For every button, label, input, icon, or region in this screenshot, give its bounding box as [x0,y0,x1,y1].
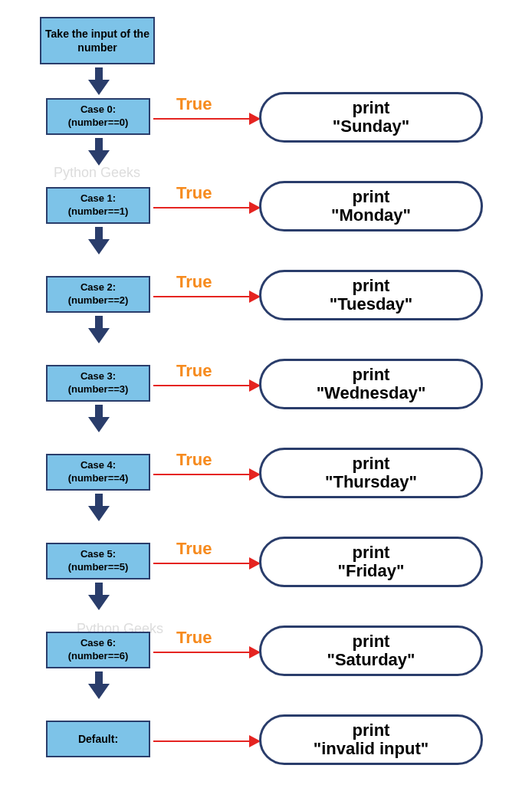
output-pill-2: print "Tuesday" [259,270,483,320]
case-box-5: Case 5: (number==5) [46,543,150,580]
output-pill-6: print "Saturday" [259,625,483,676]
case-label: Case 2: [80,281,116,294]
case-label: Case 6: [80,637,116,650]
right-arrow-icon [153,734,261,749]
right-arrow-icon [153,378,261,393]
output-pill-1: print "Monday" [259,181,483,231]
case-box-6: Case 6: (number==6) [46,632,150,668]
output-line1: print [353,455,390,473]
input-text: Take the input of the number [41,27,153,54]
input-box: Take the input of the number [40,17,155,64]
right-arrow-icon [153,556,261,571]
output-pill-0: print "Sunday" [259,92,483,143]
output-line2: "Saturday" [327,651,415,669]
right-arrow-icon [153,467,261,482]
case-condition: (number==5) [68,561,129,574]
output-line1: print [353,277,390,295]
output-line1: print [353,721,390,740]
output-line2: "Thursday" [325,473,417,491]
right-arrow-icon [153,200,261,215]
case-label: Case 3: [80,370,116,383]
case-condition: (number==0) [68,117,129,130]
case-label: Case 4: [80,459,116,472]
output-pill-default: print "invalid input" [259,714,483,765]
down-arrow-icon [88,494,110,521]
watermark-1: Python Geeks [54,165,140,181]
output-line2: "Monday" [331,206,411,225]
down-arrow-icon [88,405,110,432]
output-line2: "invalid input" [314,740,429,758]
case-box-4: Case 4: (number==4) [46,454,150,491]
case-label: Case 0: [80,103,116,117]
right-arrow-icon [153,111,261,126]
down-arrow-icon [88,671,110,699]
case-condition: (number==6) [68,650,129,663]
right-arrow-icon [153,645,261,660]
case-label: Case 1: [80,192,116,205]
down-arrow-icon [88,138,110,166]
default-label: Default: [78,733,118,745]
case-condition: (number==3) [68,383,129,396]
case-box-1: Case 1: (number==1) [46,187,150,224]
output-line2: "Friday" [338,562,405,580]
case-box-0: Case 0: (number==0) [46,98,150,135]
output-pill-3: print "Wednesday" [259,359,483,409]
down-arrow-icon [88,227,110,254]
output-line1: print [353,366,390,384]
case-box-3: Case 3: (number==3) [46,365,150,402]
case-box-2: Case 2: (number==2) [46,276,150,313]
right-arrow-icon [153,289,261,304]
output-line1: print [353,99,390,117]
down-arrow-icon [88,316,110,343]
output-pill-5: print "Friday" [259,537,483,587]
down-arrow-icon [88,67,110,95]
output-pill-4: print "Thursday" [259,448,483,498]
output-line2: "Tuesday" [330,295,413,314]
output-line1: print [353,188,390,206]
down-arrow-icon [88,583,110,610]
output-line2: "Wednesday" [317,384,426,402]
case-condition: (number==2) [68,294,129,307]
output-line2: "Sunday" [333,117,409,136]
output-line1: print [353,543,390,562]
case-condition: (number==1) [68,205,129,218]
case-condition: (number==4) [68,472,129,485]
output-line1: print [353,632,390,651]
case-label: Case 5: [80,548,116,561]
default-box: Default: [46,721,150,757]
